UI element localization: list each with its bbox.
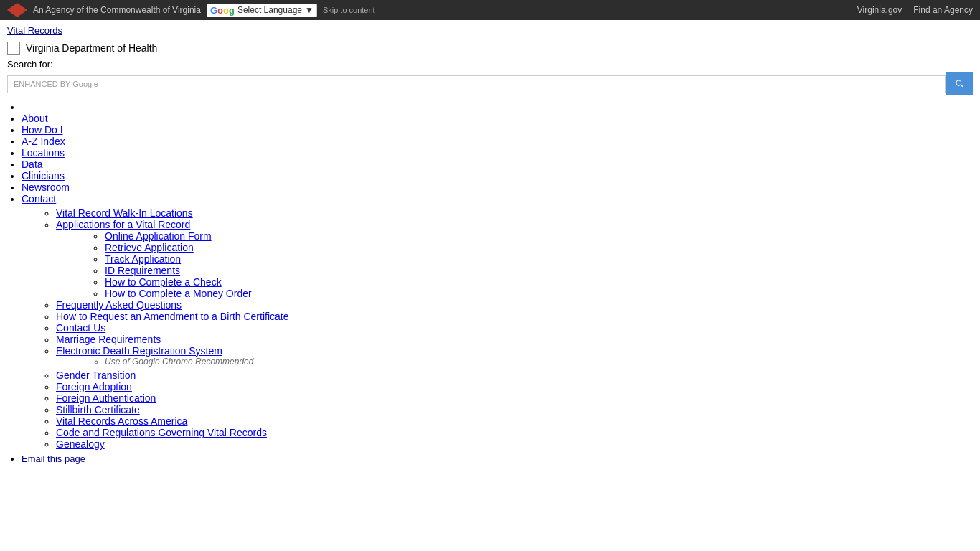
sub-nav-amendment: How to Request an Amendment to a Birth C… [56, 311, 973, 322]
sub-nav-genealogy: Genealogy [56, 438, 973, 450]
sub-nav-link-applications[interactable]: Applications for a Vital Record [56, 219, 190, 230]
nav-item-about: About [22, 113, 973, 124]
logo-area: Virginia Department of Health [7, 42, 973, 55]
sub-sub-link-check[interactable]: How to Complete a Check [105, 276, 222, 288]
sub-sub-nav-check: How to Complete a Check [105, 276, 973, 288]
sub-sub-link-track[interactable]: Track Application [105, 253, 181, 265]
translate-label: Select Language [237, 5, 302, 15]
sub-sub-nav-track: Track Application [105, 253, 973, 265]
sub-nav-link-code-regs[interactable]: Code and Regulations Governing Vital Rec… [56, 427, 267, 438]
sub-nav-faq: Frequently Asked Questions [56, 299, 973, 311]
sub-nav-code-regs: Code and Regulations Governing Vital Rec… [56, 427, 973, 438]
nav-link-locations[interactable]: Locations [22, 147, 65, 159]
vital-records-top-link[interactable]: Vital Records [7, 25, 62, 36]
search-label: Search for: [7, 59, 973, 70]
nav-link-newsroom[interactable]: Newsroom [22, 182, 70, 193]
sub-nav-link-foreign-adoption[interactable]: Foreign Adoption [56, 381, 132, 392]
sub-nav-foreign-auth: Foreign Authentication [56, 392, 973, 404]
translate-widget[interactable]: Goog Select Language ▼ [207, 4, 317, 17]
nav-item-clinicians: Clinicians [22, 170, 973, 182]
nav-empty-bullet [22, 101, 973, 113]
nav-item-contact: Contact [22, 193, 973, 204]
email-page-item: Email this page [22, 453, 973, 464]
search-icon [954, 78, 964, 88]
skip-to-content-link[interactable]: Skip to content [323, 6, 375, 14]
sub-nav-link-vital-across-america[interactable]: Vital Records Across America [56, 415, 187, 427]
sub-sub-nav-id-req: ID Requirements [105, 265, 973, 276]
sub-nav-link-faq[interactable]: Frequently Asked Questions [56, 299, 182, 311]
sub-nav-contact-us: Contact Us [56, 322, 973, 334]
sub-nav-link-genealogy[interactable]: Genealogy [56, 438, 105, 450]
sub-nav-edrs: Electronic Death Registration System Use… [56, 345, 973, 367]
sub-sub-nav-retrieve: Retrieve Application [105, 242, 973, 253]
nav-link-azindex[interactable]: A-Z Index [22, 136, 65, 147]
sub-nav-link-edrs[interactable]: Electronic Death Registration System [56, 345, 222, 357]
sub-sub-nav-money-order: How to Complete a Money Order [105, 288, 973, 299]
nav-link-data[interactable]: Data [22, 159, 43, 170]
email-page-link[interactable]: Email this page [22, 453, 85, 464]
chrome-note-text: Use of Google Chrome Recommended [105, 357, 253, 367]
sub-nav-link-walkin[interactable]: Vital Record Walk-In Locations [56, 207, 193, 219]
nav-link-howdoi[interactable]: How Do I [22, 124, 63, 136]
nav-item-locations: Locations [22, 147, 973, 159]
sub-sub-link-money-order[interactable]: How to Complete a Money Order [105, 288, 252, 299]
sub-nav-foreign-adoption: Foreign Adoption [56, 381, 973, 392]
enhanced-by-google: ENHANCED BY Google [14, 80, 98, 88]
vital-records-link-bar: Vital Records [0, 20, 980, 37]
nav-item-azindex: A-Z Index [22, 136, 973, 147]
sub-nav-stillbirth: Stillbirth Certificate [56, 404, 973, 415]
search-input-wrapper: ENHANCED BY Google [7, 75, 946, 93]
nav: About How Do I A-Z Index Locations Data … [0, 98, 980, 464]
sub-nav-link-contact-us[interactable]: Contact Us [56, 322, 105, 334]
sub-nav-marriage: Marriage Requirements [56, 334, 973, 345]
agency-text: An Agency of the Commonwealth of Virgini… [33, 5, 201, 15]
sub-nav-link-marriage[interactable]: Marriage Requirements [56, 334, 161, 345]
search-bar: ENHANCED BY Google [7, 72, 973, 95]
sub-sub-nav-online-app: Online Application Form [105, 230, 973, 242]
nav-item-data: Data [22, 159, 973, 170]
search-button[interactable] [946, 72, 973, 95]
vdh-logo-image [7, 42, 20, 55]
find-agency-link[interactable]: Find an Agency [913, 5, 973, 15]
sub-nav-applications: Applications for a Vital Record Online A… [56, 219, 973, 299]
sub-nav-gender: Gender Transition [56, 369, 973, 381]
search-input[interactable] [104, 79, 939, 90]
sub-nav-link-stillbirth[interactable]: Stillbirth Certificate [56, 404, 140, 415]
sub-nav-vital-across-america: Vital Records Across America [56, 415, 973, 427]
sub-sub-nav-chrome: Use of Google Chrome Recommended [105, 357, 973, 367]
agency-icon [7, 3, 27, 17]
sub-nav-walkin: Vital Record Walk-In Locations [56, 207, 973, 219]
sub-sub-link-retrieve[interactable]: Retrieve Application [105, 242, 194, 253]
top-bar-right: Virginia.gov Find an Agency [857, 5, 973, 15]
nav-item-newsroom: Newsroom [22, 182, 973, 193]
translate-dropdown-icon: ▼ [305, 5, 314, 15]
sub-nav-link-foreign-auth[interactable]: Foreign Authentication [56, 392, 156, 404]
sub-sub-link-online-app[interactable]: Online Application Form [105, 230, 212, 242]
virginia-gov-link[interactable]: Virginia.gov [857, 5, 902, 15]
sub-sub-link-id-req[interactable]: ID Requirements [105, 265, 180, 276]
sub-nav-link-gender[interactable]: Gender Transition [56, 369, 136, 381]
logo-text: Virginia Department of Health [26, 42, 157, 54]
nav-link-contact[interactable]: Contact [22, 193, 56, 204]
top-bar: An Agency of the Commonwealth of Virgini… [0, 0, 980, 20]
sub-nav-link-amendment[interactable]: How to Request an Amendment to a Birth C… [56, 311, 289, 322]
header: Virginia Department of Health Search for… [0, 37, 980, 98]
google-g-icon: Goog [210, 5, 235, 16]
nav-item-howdoi: How Do I [22, 124, 973, 136]
top-bar-left: An Agency of the Commonwealth of Virgini… [7, 3, 375, 17]
nav-link-about[interactable]: About [22, 113, 48, 124]
nav-link-clinicians[interactable]: Clinicians [22, 170, 65, 182]
